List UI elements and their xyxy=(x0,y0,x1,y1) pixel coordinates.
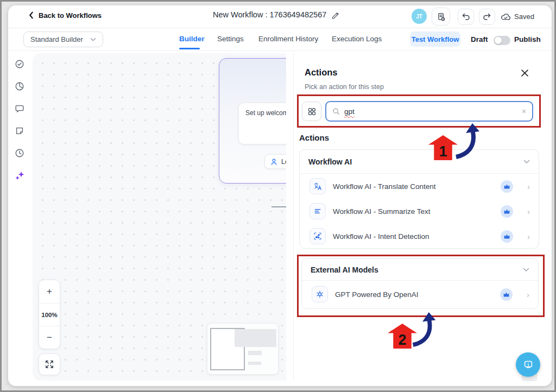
action-item-gpt-openai[interactable]: GPT Powered By OpenAI › xyxy=(302,281,538,308)
workflow-canvas[interactable]: Set up welcome s Le + 100% − xyxy=(33,53,286,381)
chevron-down-icon[interactable] xyxy=(523,268,529,272)
chat-info-icon xyxy=(522,359,534,371)
clear-search-icon[interactable]: × xyxy=(522,108,526,115)
group-title: Workflow AI xyxy=(308,157,352,166)
fit-view-button[interactable] xyxy=(39,353,60,375)
tab-enrollment-history[interactable]: Enrollment History xyxy=(258,35,318,43)
sidebar-item-checks[interactable] xyxy=(15,59,24,71)
zoom-controls: + 100% − xyxy=(39,280,60,349)
zoom-in-button[interactable]: + xyxy=(39,280,60,303)
chevron-right-icon: › xyxy=(527,290,529,299)
help-chat-button[interactable] xyxy=(516,352,540,377)
edge-connector xyxy=(271,206,286,207)
premium-crown-icon xyxy=(500,288,513,301)
draft-label: Draft xyxy=(471,35,488,43)
annotation-arrow-2 xyxy=(410,312,437,347)
chevron-left-icon xyxy=(28,11,35,20)
action-item-intent-detection[interactable]: Workflow AI - Intent Detection › xyxy=(300,224,539,249)
browse-categories-button[interactable] xyxy=(302,102,321,121)
action-search-input[interactable]: gpt × xyxy=(325,101,533,122)
chevron-down-icon xyxy=(90,37,96,42)
marker-number: 2 xyxy=(398,332,406,349)
chevron-right-icon: › xyxy=(527,207,530,216)
minimap-bar xyxy=(248,362,261,365)
edit-pencil-icon[interactable] xyxy=(331,10,340,19)
chat-bubble-icon xyxy=(15,104,24,113)
saved-label: Saved xyxy=(514,12,534,21)
close-icon xyxy=(521,69,528,77)
panel-title: Actions xyxy=(305,67,338,78)
saved-indicator: Saved xyxy=(501,12,534,21)
action-item-translate[interactable]: Workflow AI - Translate Content › xyxy=(300,174,539,199)
chevron-down-icon[interactable] xyxy=(523,160,530,164)
group-header-external-ai[interactable]: External AI Models xyxy=(302,259,538,281)
action-item-summarize[interactable]: Workflow AI - Summarize Text › xyxy=(300,199,539,224)
action-group-workflow-ai: Workflow AI Workflow AI - Translate Cont… xyxy=(299,149,539,249)
screenshot-frame: Back to Workflows New Workflow : 1763649… xyxy=(0,0,556,392)
zoom-out-button[interactable]: − xyxy=(39,326,60,349)
minimap[interactable] xyxy=(207,323,279,375)
premium-crown-icon xyxy=(501,180,513,193)
builder-mode-select[interactable]: Standard Builder xyxy=(23,31,103,47)
undo-icon xyxy=(462,13,470,21)
expand-arrows-icon xyxy=(45,360,54,369)
tab-builder-underline xyxy=(179,48,200,49)
minimap-node-block xyxy=(235,329,276,347)
summarize-icon xyxy=(309,203,326,219)
undo-button[interactable] xyxy=(458,9,474,25)
grid-categories-icon xyxy=(307,107,317,116)
publish-toggle[interactable] xyxy=(494,36,510,45)
tab-execution-logs[interactable]: Execution Logs xyxy=(332,35,382,43)
sidebar-item-history[interactable] xyxy=(15,148,24,160)
sidebar-item-stats[interactable] xyxy=(15,81,24,93)
group-title: External AI Models xyxy=(311,265,378,274)
premium-crown-icon xyxy=(501,230,513,243)
workflow-title: New Workflow : 1763649482567 xyxy=(213,10,340,19)
zoom-level: 100% xyxy=(39,303,60,326)
toggle-knob xyxy=(495,37,502,44)
back-label: Back to Workflows xyxy=(39,11,102,20)
sidebar-item-notes[interactable] xyxy=(15,126,24,138)
zoom-level-value: 100% xyxy=(41,312,57,318)
redo-button[interactable] xyxy=(479,9,495,25)
publish-label: Publish xyxy=(514,35,541,43)
workflow-title-text: New Workflow : 1763649482567 xyxy=(213,10,326,19)
premium-crown-icon xyxy=(501,205,513,218)
intent-detection-icon xyxy=(309,228,326,244)
clock-history-icon xyxy=(15,148,24,158)
openai-icon xyxy=(312,286,328,302)
action-group-external-ai: External AI Models GPT Powered By OpenAI… xyxy=(301,258,539,309)
tab-settings[interactable]: Settings xyxy=(217,35,244,43)
back-to-workflows-button[interactable]: Back to Workflows xyxy=(28,11,102,20)
group-header-workflow-ai[interactable]: Workflow AI xyxy=(300,150,539,174)
node-title: Set up welcome s xyxy=(245,109,286,117)
sidebar-item-ai-assistant[interactable] xyxy=(15,170,25,183)
chevron-right-icon: › xyxy=(527,232,530,241)
person-icon xyxy=(270,158,277,166)
redo-icon xyxy=(483,13,491,21)
tab-builder[interactable]: Builder xyxy=(179,35,205,43)
chevron-right-icon: › xyxy=(527,182,530,191)
workflow-node-card[interactable]: Set up welcome s xyxy=(238,103,286,144)
builder-mode-value: Standard Builder xyxy=(30,35,83,43)
actions-section-label: Actions xyxy=(299,133,329,142)
action-item-label: Workflow AI - Summarize Text xyxy=(333,207,431,216)
avatar[interactable]: JT xyxy=(412,9,427,24)
cloud-saved-icon xyxy=(501,12,511,21)
search-query-text: gpt xyxy=(344,108,355,116)
action-item-label: Workflow AI - Intent Detection xyxy=(333,232,429,241)
avatar-initials: JT xyxy=(416,14,422,20)
test-workflow-button[interactable]: Test Workflow xyxy=(410,31,460,47)
close-panel-button[interactable] xyxy=(521,69,528,79)
panel-subtitle: Pick an action for this step xyxy=(305,83,384,91)
sparkles-icon xyxy=(15,170,25,181)
search-icon xyxy=(332,108,340,115)
workflow-notes-button[interactable] xyxy=(432,8,450,26)
zoom-out-label: − xyxy=(47,332,52,343)
check-circle-icon xyxy=(15,59,24,69)
sidebar-item-comments[interactable] xyxy=(15,104,24,116)
lead-chip-label: Le xyxy=(281,158,286,166)
action-item-label: GPT Powered By OpenAI xyxy=(335,290,419,299)
document-clock-icon xyxy=(437,12,446,22)
lead-chip[interactable]: Le xyxy=(264,154,286,169)
